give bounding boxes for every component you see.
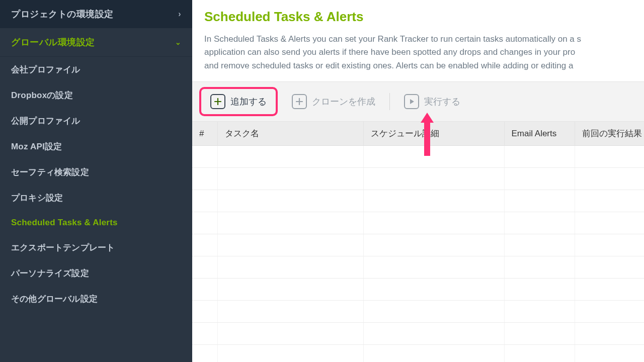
annotation-highlight: 追加する <box>199 87 278 116</box>
sidebar: プロジェクトの環境設定 › グローバル環境設定 ⌄ 会社プロファイル Dropb… <box>0 0 192 362</box>
table-row <box>192 256 644 279</box>
sidebar-item-company-profile[interactable]: 会社プロファイル <box>0 57 192 82</box>
main-content: Scheduled Tasks & Alerts In Scheduled Ta… <box>192 0 644 362</box>
sidebar-section-global-label: グローバル環境設定 <box>11 36 95 48</box>
table-row <box>192 301 644 323</box>
tasks-table: # タスク名 スケジュール詳細 Email Alerts 前回の実行結果 <box>192 122 644 362</box>
sidebar-item-scheduled-tasks[interactable]: Scheduled Tasks & Alerts <box>0 211 192 235</box>
table-row <box>192 168 644 190</box>
clone-button-label: クローンを作成 <box>312 96 375 108</box>
toolbar: 追加する クローンを作成 実行する <box>192 81 644 122</box>
table-body <box>192 146 644 362</box>
sidebar-item-label: 公開プロファイル <box>11 116 80 126</box>
sidebar-section-global[interactable]: グローバル環境設定 ⌄ <box>0 28 192 57</box>
page-title: Scheduled Tasks & Alerts <box>204 9 644 25</box>
sidebar-item-moz-api[interactable]: Moz API設定 <box>0 134 192 159</box>
page-desc-line: In Scheduled Tasks & Alerts you can set … <box>204 33 644 46</box>
table-row <box>192 212 644 234</box>
col-header-last-result[interactable]: 前回の実行結果 <box>575 122 644 146</box>
sidebar-section-project[interactable]: プロジェクトの環境設定 › <box>0 0 192 28</box>
sidebar-item-label: その他グローバル設定 <box>11 294 98 304</box>
sidebar-item-proxy[interactable]: プロキシ設定 <box>0 185 192 211</box>
page-desc-line: application can also send you alerts if … <box>204 46 644 59</box>
sidebar-spacer <box>0 312 192 362</box>
clone-button[interactable]: クローンを作成 <box>287 91 380 112</box>
run-button[interactable]: 実行する <box>399 91 465 112</box>
sidebar-item-label: 会社プロファイル <box>11 65 80 74</box>
toolbar-divider <box>389 93 390 110</box>
sidebar-item-label: エクスポートテンプレート <box>11 243 115 252</box>
sidebar-item-label: Moz API設定 <box>11 142 62 151</box>
play-icon <box>404 94 419 109</box>
table-row <box>192 234 644 256</box>
add-button-label: 追加する <box>230 96 267 108</box>
sidebar-item-label: セーフティ検索設定 <box>11 167 89 177</box>
col-header-email-alerts[interactable]: Email Alerts <box>504 122 575 146</box>
sidebar-section-project-label: プロジェクトの環境設定 <box>11 8 114 20</box>
sidebar-item-label: プロキシ設定 <box>11 193 63 203</box>
page-description: In Scheduled Tasks & Alerts you can set … <box>204 33 644 72</box>
table-header-row: # タスク名 スケジュール詳細 Email Alerts 前回の実行結果 <box>192 122 644 146</box>
run-button-label: 実行する <box>424 96 460 108</box>
sidebar-item-other-global[interactable]: その他グローバル設定 <box>0 286 192 312</box>
col-header-task-name[interactable]: タスク名 <box>217 122 363 146</box>
sidebar-item-public-profile[interactable]: 公開プロファイル <box>0 108 192 134</box>
sidebar-item-label: Scheduled Tasks & Alerts <box>11 218 118 227</box>
table-row <box>192 345 644 362</box>
chevron-right-icon: › <box>178 10 181 19</box>
plus-icon <box>210 94 225 109</box>
col-header-schedule[interactable]: スケジュール詳細 <box>363 122 504 146</box>
plus-icon <box>292 94 307 109</box>
table-row <box>192 279 644 301</box>
sidebar-item-label: Dropboxの設定 <box>11 90 73 100</box>
sidebar-items: 会社プロファイル Dropboxの設定 公開プロファイル Moz API設定 セ… <box>0 57 192 312</box>
table-row <box>192 323 644 345</box>
col-header-num[interactable]: # <box>192 122 217 146</box>
page-desc-line: and remove scheduled tasks or edit exist… <box>204 59 644 72</box>
sidebar-item-safety-search[interactable]: セーフティ検索設定 <box>0 159 192 185</box>
table-row <box>192 190 644 212</box>
tasks-table-wrap: # タスク名 スケジュール詳細 Email Alerts 前回の実行結果 <box>192 122 644 362</box>
sidebar-item-export-templates[interactable]: エクスポートテンプレート <box>0 235 192 260</box>
table-row <box>192 146 644 168</box>
sidebar-item-label: パーソナライズ設定 <box>11 268 89 278</box>
chevron-down-icon: ⌄ <box>175 38 182 46</box>
sidebar-item-dropbox[interactable]: Dropboxの設定 <box>0 82 192 108</box>
sidebar-item-personalize[interactable]: パーソナライズ設定 <box>0 260 192 286</box>
add-button[interactable]: 追加する <box>205 91 272 112</box>
